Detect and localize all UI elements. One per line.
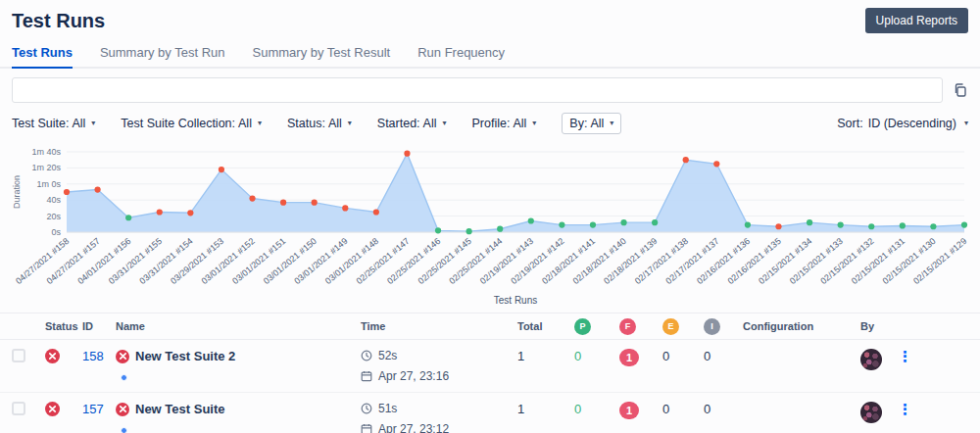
chevron-down-icon: ▾ (348, 120, 352, 127)
run-duration: 51s (378, 402, 397, 415)
result-failed-icon (116, 403, 129, 416)
top-bar: Test Runs Upload Reports (0, 0, 980, 35)
duration-chart-svg: 0s20s40s1m 0s1m 20s1m 40sDuration04/27/2… (8, 140, 972, 309)
header-name: Name (116, 320, 361, 332)
filter-value: All (590, 117, 604, 130)
run-id-link[interactable]: 158 (82, 349, 104, 363)
filter-label: Status: (287, 117, 325, 130)
svg-text:02/15/2021 #133: 02/15/2021 #133 (788, 236, 845, 286)
svg-text:02/25/2021 #146: 02/25/2021 #146 (385, 236, 442, 286)
filter-label: Started: (377, 117, 420, 130)
svg-text:02/18/2021 #141: 02/18/2021 #141 (540, 236, 597, 286)
table-row: 157New Test Suite51sApr 27, 23:1210100⋮ (0, 393, 980, 433)
filter-status[interactable]: Status:All▾ (287, 117, 352, 130)
status-failed-icon (45, 349, 60, 363)
run-name-link[interactable]: New Test Suite (135, 402, 225, 416)
header-id: ID (82, 320, 116, 332)
upload-reports-button[interactable]: Upload Reports (865, 8, 968, 33)
svg-text:03/29/2021 #153: 03/29/2021 #153 (169, 236, 225, 286)
svg-text:02/15/2021 #132: 02/15/2021 #132 (818, 236, 875, 286)
svg-text:02/17/2021 #137: 02/17/2021 #137 (663, 236, 720, 286)
chevron-down-icon: ▾ (442, 120, 446, 127)
svg-text:03/01/2021 #149: 03/01/2021 #149 (292, 236, 349, 286)
status-failed-icon (45, 402, 60, 416)
calendar-icon (361, 370, 372, 382)
passed-count: 0 (574, 349, 619, 363)
filter-test-suite-collection[interactable]: Test Suite Collection:All▾ (121, 117, 262, 130)
result-failed-icon (116, 350, 129, 363)
filters: Test Suite:All▾Test Suite Collection:All… (12, 113, 837, 134)
filter-value: All (328, 117, 342, 130)
run-date: Apr 27, 23:16 (378, 369, 449, 383)
svg-text:02/15/2021 #131: 02/15/2021 #131 (850, 236, 906, 286)
chevron-down-icon: ▾ (532, 120, 536, 127)
svg-text:03/31/2021 #154: 03/31/2021 #154 (137, 236, 194, 286)
tab-run-frequency[interactable]: Run Frequency (417, 39, 505, 67)
user-avatar[interactable] (860, 349, 882, 370)
run-date: Apr 27, 23:12 (378, 422, 449, 433)
search-input[interactable] (12, 77, 943, 103)
svg-text:Duration: Duration (12, 175, 22, 209)
row-select-checkbox[interactable] (12, 349, 25, 362)
total-count: 1 (517, 402, 574, 416)
header-by: By (860, 320, 898, 332)
error-count: 0 (662, 349, 704, 363)
svg-text:0s: 0s (51, 227, 61, 237)
header-error-badge: E (662, 318, 679, 335)
filter-by[interactable]: By:All▾ (562, 113, 621, 134)
filter-profile[interactable]: Profile:All▾ (472, 117, 537, 130)
svg-text:02/16/2021 #135: 02/16/2021 #135 (726, 236, 783, 286)
svg-text:02/17/2021 #138: 02/17/2021 #138 (633, 236, 690, 286)
svg-text:02/25/2021 #147: 02/25/2021 #147 (355, 236, 412, 286)
filter-label: Profile: (472, 117, 511, 130)
header-inconclusive-badge: I (704, 318, 720, 335)
total-count: 1 (517, 349, 574, 363)
svg-text:03/01/2021 #151: 03/01/2021 #151 (230, 236, 287, 286)
row-select-checkbox[interactable] (12, 402, 25, 415)
inconclusive-count: 0 (704, 402, 743, 416)
filter-value: All (513, 117, 526, 130)
svg-text:03/31/2021 #155: 03/31/2021 #155 (107, 236, 164, 286)
copy-icon[interactable] (953, 82, 968, 98)
sort-label: Sort: (837, 117, 862, 130)
header-configuration: Configuration (743, 320, 860, 332)
header-total: Total (517, 320, 574, 332)
overflow-menu-icon[interactable]: ⋮ (898, 402, 912, 416)
header-passed-badge: P (574, 318, 591, 335)
user-avatar[interactable] (860, 402, 882, 423)
filter-label: By: (569, 117, 587, 130)
filter-test-suite[interactable]: Test Suite:All▾ (12, 117, 95, 130)
search-row (0, 69, 980, 105)
filter-label: Test Suite Collection: (121, 117, 235, 130)
sort-dropdown[interactable]: Sort: ID (Descending) ▾ (837, 117, 968, 130)
overflow-menu-icon[interactable]: ⋮ (898, 349, 912, 363)
filter-value: All (238, 117, 252, 130)
svg-text:Test Runs: Test Runs (494, 295, 537, 306)
svg-text:02/15/2021 #134: 02/15/2021 #134 (757, 236, 813, 286)
calendar-icon (361, 423, 372, 433)
table-body: 158New Test Suite 252sApr 27, 23:1610100… (0, 340, 980, 433)
run-name-link[interactable]: New Test Suite 2 (135, 349, 235, 363)
run-id-link[interactable]: 157 (82, 402, 104, 416)
svg-text:02/16/2021 #136: 02/16/2021 #136 (695, 236, 752, 286)
header-status: Status (45, 320, 82, 332)
filter-started[interactable]: Started:All▾ (377, 117, 447, 130)
svg-text:02/18/2021 #139: 02/18/2021 #139 (602, 236, 659, 286)
svg-text:02/15/2021 #129: 02/15/2021 #129 (911, 236, 968, 286)
page-title: Test Runs (12, 10, 105, 32)
tab-summary-by-test-run[interactable]: Summary by Test Run (100, 39, 225, 67)
header-failed-badge: F (619, 318, 636, 335)
table-header: Status ID Name Time Total P F E I Config… (0, 313, 980, 340)
passed-count: 0 (574, 402, 619, 416)
svg-text:02/19/2021 #142: 02/19/2021 #142 (509, 236, 565, 286)
error-count: 0 (662, 402, 704, 416)
tab-test-runs[interactable]: Test Runs (12, 39, 73, 69)
chevron-down-icon: ▾ (964, 120, 968, 127)
svg-text:1m 40s: 1m 40s (31, 147, 61, 157)
inconclusive-count: 0 (704, 349, 743, 363)
svg-text:03/01/2021 #150: 03/01/2021 #150 (262, 236, 318, 286)
tab-summary-by-test-result[interactable]: Summary by Test Result (253, 39, 391, 67)
svg-text:02/18/2021 #140: 02/18/2021 #140 (571, 236, 628, 286)
svg-text:02/25/2021 #144: 02/25/2021 #144 (447, 236, 504, 286)
duration-chart: 0s20s40s1m 0s1m 20s1m 40sDuration04/27/2… (8, 140, 972, 313)
